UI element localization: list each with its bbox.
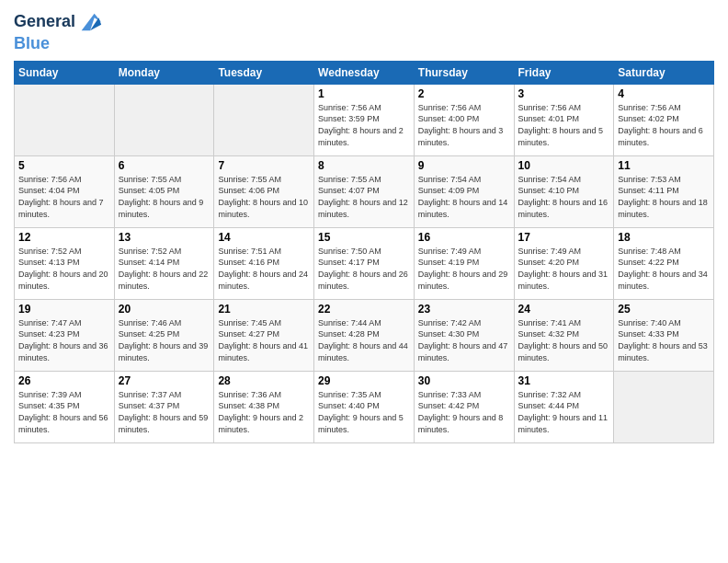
calendar-day-31: 31Sunrise: 7:32 AM Sunset: 4:44 PM Dayli… xyxy=(514,371,614,442)
day-number: 21 xyxy=(218,303,310,316)
calendar-day-7: 7Sunrise: 7:55 AM Sunset: 4:06 PM Daylig… xyxy=(214,155,314,227)
weekday-header-row: SundayMondayTuesdayWednesdayThursdayFrid… xyxy=(15,61,714,84)
calendar-table: SundayMondayTuesdayWednesdayThursdayFrid… xyxy=(14,61,714,443)
day-number: 3 xyxy=(518,87,610,100)
calendar-day-9: 9Sunrise: 7:54 AM Sunset: 4:09 PM Daylig… xyxy=(414,155,514,227)
day-info: Sunrise: 7:41 AM Sunset: 4:32 PM Dayligh… xyxy=(518,317,610,363)
day-number: 7 xyxy=(218,159,310,172)
day-info: Sunrise: 7:32 AM Sunset: 4:44 PM Dayligh… xyxy=(518,389,610,435)
logo-icon xyxy=(77,9,103,35)
calendar-day-21: 21Sunrise: 7:45 AM Sunset: 4:27 PM Dayli… xyxy=(214,299,314,371)
calendar-day-2: 2Sunrise: 7:56 AM Sunset: 4:00 PM Daylig… xyxy=(414,84,514,155)
day-info: Sunrise: 7:40 AM Sunset: 4:33 PM Dayligh… xyxy=(618,317,710,363)
calendar-day-4: 4Sunrise: 7:56 AM Sunset: 4:02 PM Daylig… xyxy=(614,84,714,155)
weekday-header-thursday: Thursday xyxy=(414,61,514,84)
day-number: 24 xyxy=(518,303,610,316)
day-info: Sunrise: 7:39 AM Sunset: 4:35 PM Dayligh… xyxy=(18,389,110,435)
day-number: 28 xyxy=(218,374,310,387)
weekday-header-wednesday: Wednesday xyxy=(314,61,415,84)
day-info: Sunrise: 7:56 AM Sunset: 4:00 PM Dayligh… xyxy=(418,102,510,148)
day-info: Sunrise: 7:56 AM Sunset: 3:59 PM Dayligh… xyxy=(318,102,410,148)
day-number: 6 xyxy=(119,159,210,172)
calendar-day-28: 28Sunrise: 7:36 AM Sunset: 4:38 PM Dayli… xyxy=(214,371,314,442)
calendar-day-23: 23Sunrise: 7:42 AM Sunset: 4:30 PM Dayli… xyxy=(414,299,514,371)
day-number: 17 xyxy=(518,231,610,244)
day-info: Sunrise: 7:49 AM Sunset: 4:19 PM Dayligh… xyxy=(418,246,510,292)
calendar-day-13: 13Sunrise: 7:52 AM Sunset: 4:14 PM Dayli… xyxy=(114,227,214,299)
day-number: 20 xyxy=(119,303,210,316)
calendar-day-11: 11Sunrise: 7:53 AM Sunset: 4:11 PM Dayli… xyxy=(614,155,714,227)
calendar-day-27: 27Sunrise: 7:37 AM Sunset: 4:37 PM Dayli… xyxy=(114,371,214,442)
calendar-day-6: 6Sunrise: 7:55 AM Sunset: 4:05 PM Daylig… xyxy=(114,155,214,227)
weekday-header-friday: Friday xyxy=(514,61,614,84)
calendar-day-5: 5Sunrise: 7:56 AM Sunset: 4:04 PM Daylig… xyxy=(15,155,115,227)
day-info: Sunrise: 7:55 AM Sunset: 4:06 PM Dayligh… xyxy=(218,174,310,220)
calendar-day-12: 12Sunrise: 7:52 AM Sunset: 4:13 PM Dayli… xyxy=(15,227,115,299)
empty-cell xyxy=(114,84,214,155)
logo-text: General xyxy=(14,13,75,31)
calendar-week-3: 12Sunrise: 7:52 AM Sunset: 4:13 PM Dayli… xyxy=(15,227,714,299)
day-info: Sunrise: 7:55 AM Sunset: 4:05 PM Dayligh… xyxy=(119,174,210,220)
day-number: 11 xyxy=(618,159,710,172)
day-number: 14 xyxy=(218,231,310,244)
day-info: Sunrise: 7:35 AM Sunset: 4:40 PM Dayligh… xyxy=(318,389,410,435)
weekday-header-monday: Monday xyxy=(114,61,214,84)
day-number: 18 xyxy=(618,231,710,244)
day-info: Sunrise: 7:54 AM Sunset: 4:10 PM Dayligh… xyxy=(518,174,610,220)
day-number: 30 xyxy=(418,374,510,387)
day-info: Sunrise: 7:52 AM Sunset: 4:14 PM Dayligh… xyxy=(119,246,210,292)
calendar-day-14: 14Sunrise: 7:51 AM Sunset: 4:16 PM Dayli… xyxy=(214,227,314,299)
calendar-day-25: 25Sunrise: 7:40 AM Sunset: 4:33 PM Dayli… xyxy=(614,299,714,371)
day-number: 26 xyxy=(18,374,110,387)
calendar-day-20: 20Sunrise: 7:46 AM Sunset: 4:25 PM Dayli… xyxy=(114,299,214,371)
day-number: 23 xyxy=(418,303,510,316)
empty-cell xyxy=(214,84,314,155)
calendar-week-1: 1Sunrise: 7:56 AM Sunset: 3:59 PM Daylig… xyxy=(15,84,714,155)
day-number: 19 xyxy=(18,303,110,316)
day-number: 8 xyxy=(318,159,410,172)
day-number: 29 xyxy=(318,374,410,387)
calendar-day-18: 18Sunrise: 7:48 AM Sunset: 4:22 PM Dayli… xyxy=(614,227,714,299)
calendar-week-2: 5Sunrise: 7:56 AM Sunset: 4:04 PM Daylig… xyxy=(15,155,714,227)
calendar-day-15: 15Sunrise: 7:50 AM Sunset: 4:17 PM Dayli… xyxy=(314,227,415,299)
calendar-day-26: 26Sunrise: 7:39 AM Sunset: 4:35 PM Dayli… xyxy=(15,371,115,442)
calendar-day-3: 3Sunrise: 7:56 AM Sunset: 4:01 PM Daylig… xyxy=(514,84,614,155)
weekday-header-tuesday: Tuesday xyxy=(214,61,314,84)
calendar-day-16: 16Sunrise: 7:49 AM Sunset: 4:19 PM Dayli… xyxy=(414,227,514,299)
day-number: 22 xyxy=(318,303,410,316)
day-info: Sunrise: 7:52 AM Sunset: 4:13 PM Dayligh… xyxy=(18,246,110,292)
day-number: 16 xyxy=(418,231,510,244)
logo: General Blue xyxy=(14,9,103,53)
day-info: Sunrise: 7:56 AM Sunset: 4:02 PM Dayligh… xyxy=(618,102,710,148)
header: General Blue xyxy=(14,9,714,53)
day-info: Sunrise: 7:55 AM Sunset: 4:07 PM Dayligh… xyxy=(318,174,410,220)
day-info: Sunrise: 7:54 AM Sunset: 4:09 PM Dayligh… xyxy=(418,174,510,220)
day-info: Sunrise: 7:36 AM Sunset: 4:38 PM Dayligh… xyxy=(218,389,310,435)
day-info: Sunrise: 7:45 AM Sunset: 4:27 PM Dayligh… xyxy=(218,317,310,363)
calendar-day-19: 19Sunrise: 7:47 AM Sunset: 4:23 PM Dayli… xyxy=(15,299,115,371)
day-number: 10 xyxy=(518,159,610,172)
calendar-week-4: 19Sunrise: 7:47 AM Sunset: 4:23 PM Dayli… xyxy=(15,299,714,371)
day-number: 1 xyxy=(318,87,410,100)
calendar-day-24: 24Sunrise: 7:41 AM Sunset: 4:32 PM Dayli… xyxy=(514,299,614,371)
day-info: Sunrise: 7:42 AM Sunset: 4:30 PM Dayligh… xyxy=(418,317,510,363)
day-number: 15 xyxy=(318,231,410,244)
logo-text-blue: Blue xyxy=(14,35,103,53)
calendar-day-30: 30Sunrise: 7:33 AM Sunset: 4:42 PM Dayli… xyxy=(414,371,514,442)
calendar-day-17: 17Sunrise: 7:49 AM Sunset: 4:20 PM Dayli… xyxy=(514,227,614,299)
day-info: Sunrise: 7:56 AM Sunset: 4:01 PM Dayligh… xyxy=(518,102,610,148)
calendar-day-8: 8Sunrise: 7:55 AM Sunset: 4:07 PM Daylig… xyxy=(314,155,415,227)
day-info: Sunrise: 7:33 AM Sunset: 4:42 PM Dayligh… xyxy=(418,389,510,435)
day-number: 12 xyxy=(18,231,110,244)
empty-cell xyxy=(614,371,714,442)
weekday-header-sunday: Sunday xyxy=(15,61,115,84)
day-info: Sunrise: 7:46 AM Sunset: 4:25 PM Dayligh… xyxy=(119,317,210,363)
day-info: Sunrise: 7:37 AM Sunset: 4:37 PM Dayligh… xyxy=(119,389,210,435)
day-info: Sunrise: 7:44 AM Sunset: 4:28 PM Dayligh… xyxy=(318,317,410,363)
calendar-day-1: 1Sunrise: 7:56 AM Sunset: 3:59 PM Daylig… xyxy=(314,84,415,155)
day-info: Sunrise: 7:56 AM Sunset: 4:04 PM Dayligh… xyxy=(18,174,110,220)
calendar-day-29: 29Sunrise: 7:35 AM Sunset: 4:40 PM Dayli… xyxy=(314,371,415,442)
page: General Blue SundayMondayTuesdayWednesda… xyxy=(0,0,728,563)
day-number: 9 xyxy=(418,159,510,172)
day-number: 27 xyxy=(119,374,210,387)
